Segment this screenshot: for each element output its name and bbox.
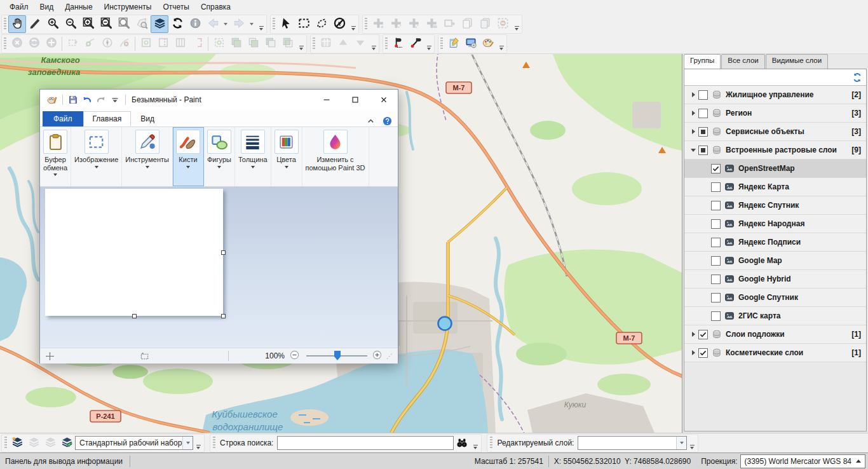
menu-item-file[interactable]: Файл bbox=[4, 1, 34, 13]
chevron-down-icon[interactable] bbox=[285, 166, 288, 168]
ribbon-group-shapes[interactable]: Фигуры bbox=[204, 127, 235, 186]
toolbar-overflow-icon[interactable] bbox=[194, 434, 202, 452]
redo-button[interactable] bbox=[94, 93, 108, 107]
paint-canvas[interactable] bbox=[45, 189, 223, 316]
measure-button[interactable] bbox=[26, 15, 44, 33]
ribbon-group-clipboard[interactable]: Буферобмена bbox=[40, 127, 71, 186]
paint-title-bar[interactable]: Безымянный - Paint bbox=[40, 90, 398, 110]
refresh-layers-icon[interactable] bbox=[851, 71, 864, 84]
layer-row[interactable]: Google Спутник bbox=[684, 289, 866, 307]
layer-visibility-checkbox[interactable] bbox=[698, 348, 708, 358]
ribbon-group-tools[interactable]: Инструменты bbox=[122, 127, 173, 186]
layer-visibility-checkbox[interactable] bbox=[711, 238, 721, 247]
route-end-button[interactable] bbox=[407, 35, 424, 52]
expand-icon[interactable] bbox=[688, 92, 698, 97]
layer-row[interactable]: Яндекс Спутник bbox=[684, 196, 866, 215]
layer-row[interactable]: Косметические слои[1] bbox=[684, 344, 866, 362]
layer-visibility-checkbox[interactable] bbox=[711, 275, 721, 284]
layers-search-input[interactable] bbox=[687, 71, 851, 85]
layer-row[interactable]: Жилищное управление[2] bbox=[684, 86, 866, 104]
chevron-down-icon[interactable] bbox=[217, 166, 221, 168]
image-icon[interactable] bbox=[85, 130, 109, 154]
paint-tab-home[interactable]: Главная bbox=[83, 111, 132, 126]
save-button[interactable] bbox=[66, 93, 80, 107]
select-none-button[interactable] bbox=[330, 15, 348, 33]
chevron-down-icon[interactable] bbox=[251, 166, 255, 168]
layer-visibility-checkbox[interactable] bbox=[711, 311, 721, 321]
refresh-button[interactable] bbox=[168, 15, 186, 33]
tab-all-layers[interactable]: Все слои bbox=[721, 54, 764, 69]
menu-item-data[interactable]: Данные bbox=[59, 1, 98, 13]
layer-row[interactable]: Яндекс Подписи bbox=[684, 233, 866, 252]
shapes-icon[interactable] bbox=[207, 130, 231, 154]
projection-combobox[interactable]: (3395) World Mercator WGS 84 bbox=[740, 454, 866, 468]
styles-button[interactable] bbox=[479, 35, 496, 52]
expand-icon[interactable] bbox=[688, 350, 698, 355]
zoom-in-box-button[interactable] bbox=[79, 15, 97, 33]
layer-row[interactable]: Яндекс Карта bbox=[684, 178, 866, 196]
expand-icon[interactable] bbox=[688, 332, 698, 337]
zoom-out-box-button[interactable] bbox=[97, 15, 115, 33]
workset-load-button[interactable] bbox=[9, 435, 25, 451]
zoom-in-button[interactable] bbox=[44, 15, 62, 33]
zoom-slider-thumb[interactable] bbox=[334, 351, 341, 360]
layer-row[interactable]: Google Hybrid bbox=[684, 270, 866, 289]
toolbar-overflow-icon[interactable] bbox=[498, 35, 505, 53]
chevron-down-icon[interactable] bbox=[186, 166, 190, 168]
toolbar-grip[interactable] bbox=[4, 18, 6, 31]
layer-visibility-checkbox[interactable] bbox=[698, 90, 708, 100]
chevron-down-icon[interactable] bbox=[182, 437, 193, 449]
ribbon-group-paint3d[interactable]: Изменить спомощью Paint 3D bbox=[302, 127, 369, 186]
collapse-icon[interactable] bbox=[688, 149, 698, 152]
ribbon-group-image[interactable]: Изображение bbox=[71, 127, 122, 186]
zoom-out-button[interactable] bbox=[62, 15, 79, 33]
layer-visibility-checkbox[interactable] bbox=[698, 109, 708, 118]
layer-visibility-checkbox[interactable] bbox=[698, 146, 708, 155]
chevron-down-icon[interactable] bbox=[146, 166, 149, 168]
zoom-out-button[interactable] bbox=[290, 350, 301, 362]
chevron-down-icon[interactable] bbox=[676, 437, 686, 449]
ribbon-group-thickness[interactable]: Толщина bbox=[235, 127, 271, 186]
info-button[interactable] bbox=[186, 15, 204, 33]
resize-handle-right[interactable] bbox=[221, 250, 226, 255]
workset-check-button[interactable] bbox=[58, 435, 75, 451]
select-cursor-button[interactable] bbox=[277, 15, 295, 33]
map-search-input[interactable] bbox=[277, 436, 454, 450]
layer-visibility-checkbox[interactable] bbox=[711, 201, 721, 210]
resize-handle-corner[interactable] bbox=[221, 314, 226, 318]
layer-row[interactable]: Встроенные растровые слои[9] bbox=[684, 141, 866, 160]
toolbar-grip[interactable] bbox=[365, 18, 367, 31]
ribbon-group-brushes[interactable]: Кисти bbox=[173, 127, 204, 186]
close-button[interactable] bbox=[369, 90, 398, 110]
layer-row[interactable]: 2ГИС карта bbox=[684, 307, 866, 325]
tools-icon[interactable] bbox=[135, 130, 159, 154]
system-button[interactable] bbox=[462, 35, 479, 52]
paint-tab-view[interactable]: Вид bbox=[131, 111, 164, 126]
menu-item-help[interactable]: Справка bbox=[195, 1, 236, 13]
customize-toolbar-button[interactable] bbox=[108, 93, 122, 107]
select-rect-button[interactable] bbox=[295, 15, 313, 33]
layer-row[interactable]: Слои подложки[1] bbox=[684, 325, 866, 344]
menu-item-reports[interactable]: Отчеты bbox=[157, 1, 194, 13]
colors-icon[interactable] bbox=[275, 130, 299, 154]
editable-layer-combobox[interactable] bbox=[578, 436, 687, 450]
find-button[interactable] bbox=[454, 435, 470, 451]
layers-button[interactable] bbox=[151, 15, 168, 33]
paint-work-area[interactable] bbox=[40, 187, 398, 348]
toolbar-overflow-icon[interactable] bbox=[370, 35, 377, 53]
layer-visibility-checkbox[interactable] bbox=[711, 182, 721, 192]
toolbar-overflow-icon[interactable] bbox=[349, 15, 357, 33]
toolbar-overflow-icon[interactable] bbox=[257, 15, 265, 33]
toolbar-grip[interactable] bbox=[313, 37, 315, 50]
layer-visibility-checkbox[interactable] bbox=[711, 164, 721, 173]
layer-visibility-checkbox[interactable] bbox=[711, 293, 721, 302]
resize-handle-bottom[interactable] bbox=[132, 314, 137, 318]
toolbar-overflow-icon[interactable] bbox=[297, 35, 305, 53]
tab-groups[interactable]: Группы bbox=[684, 54, 721, 69]
map-point-marker[interactable] bbox=[438, 317, 452, 330]
chevron-down-icon[interactable] bbox=[53, 173, 57, 176]
brushes-icon[interactable] bbox=[176, 130, 200, 154]
layer-row[interactable]: Яндекс Народная bbox=[684, 215, 866, 233]
tab-visible-layers[interactable]: Видимые слои bbox=[766, 54, 828, 69]
zoom-in-button[interactable] bbox=[372, 350, 384, 362]
